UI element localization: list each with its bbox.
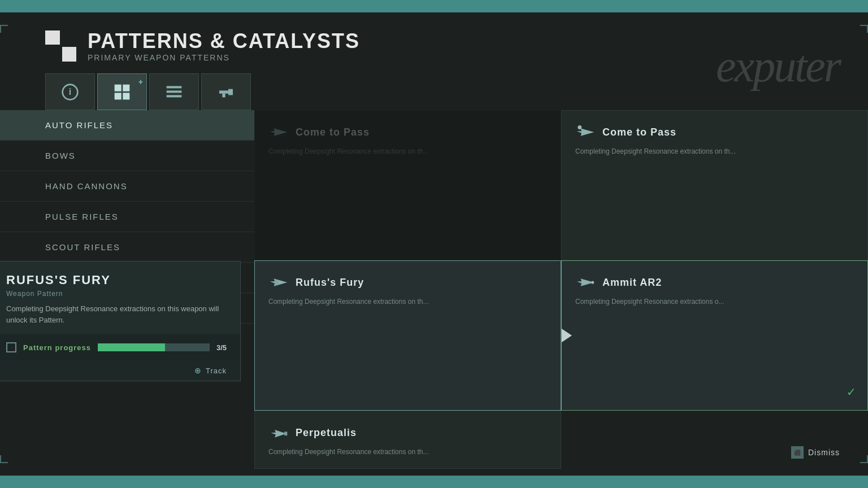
weapon-card-come-to-pass-header: Come to Pass xyxy=(268,122,547,142)
content-area: Come to Pass Completing Deepsight Resona… xyxy=(254,110,868,469)
progress-bar xyxy=(98,343,210,351)
weapon-icon-ammit xyxy=(575,272,596,293)
svg-rect-15 xyxy=(284,432,287,436)
header: PATTERNS & CATALYSTS PRIMARY WEAPON PATT… xyxy=(0,12,868,73)
sidebar-item-bows[interactable]: BOWS xyxy=(0,141,254,171)
svg-point-12 xyxy=(578,125,581,129)
weapon-card-ammit[interactable]: Ammit AR2 Completing Deepsight Resonance… xyxy=(561,260,868,411)
grid-icon xyxy=(113,83,131,101)
svg-rect-9 xyxy=(219,90,230,93)
svg-rect-2 xyxy=(115,84,121,91)
weapon-card-come-to-pass[interactable]: Come to Pass Completing Deepsight Resona… xyxy=(254,110,561,260)
svg-rect-3 xyxy=(123,84,129,91)
weapon-card-perpetualis[interactable]: Perpetualis Completing Deepsight Resonan… xyxy=(254,411,561,469)
weapon-desc-ammit: Completing Deepsight Resonance extractio… xyxy=(575,297,854,307)
dismiss-button[interactable]: ⬛ Dismiss xyxy=(791,446,840,459)
tab-list[interactable] xyxy=(149,73,199,110)
bottom-bar xyxy=(0,476,868,488)
sidebar-item-pulse-rifles[interactable]: PULSE RIFLES xyxy=(0,202,254,232)
tab-patterns[interactable]: + xyxy=(97,73,147,110)
svg-text:i: i xyxy=(69,87,71,97)
track-button[interactable]: ⊕ Track xyxy=(0,360,240,381)
tooltip-title: RUFUS'S FURY xyxy=(6,273,227,287)
cursor-arrow xyxy=(562,329,572,342)
corner-bracket-tr xyxy=(860,25,868,33)
weapon-card-rufus-header: Rufus's Fury xyxy=(268,272,547,293)
list-icon xyxy=(165,83,183,101)
weapon-desc-perpetualis: Completing Deepsight Resonance extractio… xyxy=(268,447,547,457)
tooltip-header: RUFUS'S FURY Weapon Pattern Completing D… xyxy=(0,262,240,334)
progress-checkbox xyxy=(6,342,16,352)
svg-rect-5 xyxy=(123,93,129,99)
track-label: Track xyxy=(206,367,227,375)
icon-cell-3 xyxy=(45,47,60,62)
weapon-card-rufus-fury[interactable]: RUFUS'S FURY Weapon Pattern Completing D… xyxy=(254,260,561,411)
weapon-card-ammit-header: Ammit AR2 xyxy=(575,272,854,293)
weapon-icon-come-to-pass xyxy=(268,122,289,142)
tooltip-description: Completing Deepsight Resonance extractio… xyxy=(6,303,227,325)
progress-count: 3/5 xyxy=(216,343,227,352)
icon-cell-1 xyxy=(45,30,60,45)
tab-row: i + xyxy=(0,73,868,110)
svg-rect-10 xyxy=(228,89,233,95)
weapon-desc-come-to-pass: Completing Deepsight Resonance extractio… xyxy=(268,147,547,156)
weapon-desc-sweet-sorrow: Completing Deepsight Resonance extractio… xyxy=(575,147,854,156)
main-content: PATTERNS & CATALYSTS PRIMARY WEAPON PATT… xyxy=(0,12,868,476)
weapon-card-sweet-sorrow-header: Come to Pass xyxy=(575,122,854,142)
weapon-desc-rufus: Completing Deepsight Resonance extractio… xyxy=(268,297,547,307)
corner-bracket-bl xyxy=(0,455,8,463)
weapon-icon-perpetualis xyxy=(268,422,289,443)
sidebar-item-hand-cannons[interactable]: HAND CANNONS xyxy=(0,171,254,202)
svg-rect-8 xyxy=(167,95,182,97)
svg-point-14 xyxy=(591,281,594,284)
weapon-name-come-to-pass: Come to Pass xyxy=(296,127,370,138)
page-title: PATTERNS & CATALYSTS xyxy=(88,29,360,53)
tooltip-rufus-fury: RUFUS'S FURY Weapon Pattern Completing D… xyxy=(0,261,241,381)
corner-bracket-tl xyxy=(0,25,8,33)
svg-rect-6 xyxy=(167,86,182,88)
weapon-icon xyxy=(217,83,235,101)
weapon-name-rufus: Rufus's Fury xyxy=(296,277,364,289)
weapon-name-perpetualis: Perpetualis xyxy=(296,427,357,439)
progress-label: Pattern progress xyxy=(23,343,91,352)
body-area: AUTO RIFLES BOWS HAND CANNONS PULSE RIFL… xyxy=(0,110,868,469)
sidebar-item-auto-rifles[interactable]: AUTO RIFLES xyxy=(0,110,254,141)
svg-rect-13 xyxy=(275,280,279,285)
header-icon xyxy=(45,30,76,62)
dismiss-icon: ⬛ xyxy=(791,446,804,459)
checkmark-ammit: ✓ xyxy=(847,385,856,399)
tooltip-progress-row: Pattern progress 3/5 xyxy=(0,334,240,360)
progress-bar-fill xyxy=(98,343,165,351)
top-bar xyxy=(0,0,868,12)
sidebar-item-scout-rifles[interactable]: SCOUT RIFLES xyxy=(0,232,254,263)
svg-rect-7 xyxy=(167,90,182,93)
svg-rect-11 xyxy=(222,93,225,97)
icon-cell-4 xyxy=(62,47,77,62)
tab-plus-icon: + xyxy=(138,77,143,86)
tooltip-type: Weapon Pattern xyxy=(6,290,227,298)
weapon-card-sweet-sorrow[interactable]: Come to Pass Completing Deepsight Resona… xyxy=(561,110,868,260)
icon-cell-2 xyxy=(62,30,77,45)
weapon-name-sweet-sorrow: Come to Pass xyxy=(602,127,676,138)
tab-extra[interactable] xyxy=(201,73,251,110)
weapon-icon-sweet-sorrow xyxy=(575,122,596,142)
dismiss-label: Dismiss xyxy=(808,448,840,457)
tab-info[interactable]: i xyxy=(45,73,95,110)
weapon-card-perpetualis-header: Perpetualis xyxy=(268,422,547,443)
weapon-name-ammit: Ammit AR2 xyxy=(602,277,662,289)
weapon-icon-rufus xyxy=(268,272,289,293)
page-subtitle: PRIMARY WEAPON PATTERNS xyxy=(88,53,360,62)
header-text-block: PATTERNS & CATALYSTS PRIMARY WEAPON PATT… xyxy=(88,29,360,62)
svg-rect-4 xyxy=(115,93,121,99)
track-icon: ⊕ xyxy=(194,366,201,375)
info-icon: i xyxy=(61,83,79,101)
